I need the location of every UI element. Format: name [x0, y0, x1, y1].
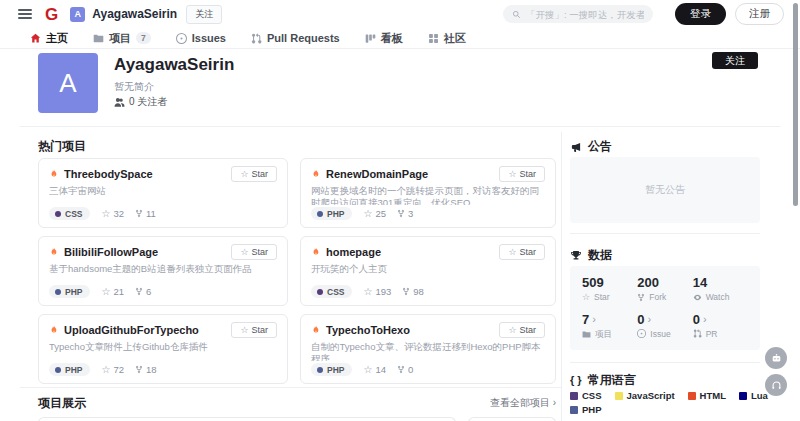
- language-color-swatch: [615, 392, 623, 400]
- tab-issues[interactable]: Issues: [176, 32, 226, 44]
- language-tag[interactable]: PHP: [311, 363, 352, 376]
- register-button[interactable]: 注册: [735, 3, 784, 25]
- repo-description: 三体宇宙网站: [49, 185, 277, 205]
- hot-flame-icon: [311, 324, 321, 336]
- tab-board[interactable]: 看板: [365, 31, 403, 46]
- star-button[interactable]: ☆Star: [499, 244, 545, 260]
- topbar: G A AyagawaSeirin 关注 登录 注册: [0, 0, 800, 28]
- scrollbar-thumb[interactable]: [793, 3, 798, 206]
- language-tag[interactable]: PHP: [49, 285, 90, 298]
- language-color-swatch: [688, 392, 696, 400]
- language-color-swatch: [570, 392, 578, 400]
- hot-flame-icon: [49, 246, 59, 258]
- stats-grid: 509 ☆Star 200 Fork 14 Watch 7› 项目 0› Iss…: [570, 266, 760, 350]
- stat-issues[interactable]: 0› Issue: [637, 313, 692, 343]
- star-icon: ☆: [363, 365, 372, 375]
- robot-icon: [771, 353, 782, 364]
- chevron-right-icon: ›: [648, 314, 652, 325]
- stat-projects[interactable]: 7› 项目: [582, 313, 637, 343]
- gitee-logo[interactable]: G: [45, 6, 58, 23]
- divider: [570, 233, 760, 234]
- community-icon: [428, 33, 439, 44]
- search-icon: [512, 10, 521, 19]
- repo-name[interactable]: RenewDomainPage: [326, 168, 428, 180]
- fork-icon: [397, 209, 405, 218]
- fork-count: 98: [402, 286, 424, 297]
- topbar-username[interactable]: AyagawaSeirin: [92, 7, 177, 21]
- fork-count: 6: [135, 286, 151, 297]
- tab-pull-requests[interactable]: Pull Requests: [251, 32, 340, 44]
- pull-request-icon: [251, 33, 262, 44]
- stats-title: 数据: [570, 247, 612, 264]
- repo-card[interactable]: ThreebodySpace ☆Star 三体宇宙网站 CSS ☆32 11: [38, 158, 288, 228]
- language-javascript: JavaScript: [615, 390, 675, 401]
- repo-card[interactable]: RenewDomainPage ☆Star 网站更换域名时的一个跳转提示页面，对…: [300, 158, 556, 228]
- repo-name[interactable]: UploadGithubForTypecho: [64, 324, 199, 336]
- star-button[interactable]: ☆Star: [499, 166, 545, 182]
- tab-community[interactable]: 社区: [428, 31, 466, 46]
- language-php: PHP: [570, 404, 602, 415]
- profile-avatar: A: [38, 53, 98, 113]
- repo-card-partial[interactable]: [468, 417, 556, 421]
- board-icon: [365, 33, 376, 44]
- fork-count: 18: [135, 364, 157, 375]
- tab-projects[interactable]: 项目 7: [93, 31, 151, 46]
- repo-card-partial[interactable]: [38, 417, 456, 421]
- gitee-profile-page: G A AyagawaSeirin 关注 登录 注册 主页 项目 7 Issue…: [0, 0, 800, 421]
- repo-description: 网站更换域名时的一个跳转提示页面，对访客友好的同时爬虫访问直接301重定向，优化…: [311, 185, 545, 205]
- repo-name[interactable]: homepage: [326, 246, 381, 258]
- megaphone-icon: [570, 141, 582, 153]
- language-tag[interactable]: PHP: [311, 207, 352, 220]
- language-tag[interactable]: CSS: [49, 207, 90, 220]
- hot-flame-icon: [311, 246, 321, 258]
- divider: [20, 387, 561, 388]
- star-count: ☆25: [363, 208, 386, 219]
- repo-card[interactable]: homepage ☆Star 开玩笑的个人主页 CSS ☆193 98: [300, 236, 556, 306]
- repo-name[interactable]: BilibiliFollowPage: [64, 246, 158, 258]
- repo-card[interactable]: TypechoToHexo ☆Star 自制的Typecho文章、评论数据迁移到…: [300, 314, 556, 384]
- issue-icon: [637, 329, 646, 338]
- repo-name[interactable]: ThreebodySpace: [64, 168, 153, 180]
- search-box[interactable]: [503, 5, 653, 23]
- language-tag[interactable]: PHP: [49, 363, 90, 376]
- stat-prs[interactable]: 0› PR: [693, 313, 748, 343]
- hamburger-menu-icon[interactable]: [18, 9, 32, 19]
- repo-name[interactable]: TypechoToHexo: [326, 324, 410, 336]
- star-button[interactable]: ☆Star: [231, 322, 277, 338]
- star-button[interactable]: ☆Star: [231, 166, 277, 182]
- star-icon: ☆: [363, 287, 372, 297]
- fork-count: 0: [397, 364, 413, 375]
- chevron-right-icon: ›: [553, 397, 556, 408]
- star-icon: ☆: [363, 209, 372, 219]
- divider: [20, 126, 780, 127]
- chevron-right-icon: ›: [592, 314, 596, 325]
- star-icon: ☆: [101, 287, 110, 297]
- star-button[interactable]: ☆Star: [499, 322, 545, 338]
- announcement-empty-box: 暂无公告: [570, 157, 760, 223]
- login-button[interactable]: 登录: [675, 3, 726, 25]
- star-button[interactable]: ☆Star: [231, 244, 277, 260]
- tab-home[interactable]: 主页: [30, 31, 68, 46]
- profile-name: AyagawaSeirin: [114, 55, 234, 75]
- eye-icon: [693, 293, 702, 302]
- view-all-projects-link[interactable]: 查看全部项目 ›: [436, 396, 556, 410]
- language-tag[interactable]: CSS: [311, 285, 352, 298]
- language-color-swatch: [739, 392, 747, 400]
- topbar-follow-button[interactable]: 关注: [186, 5, 222, 24]
- repo-card[interactable]: UploadGithubForTypecho ☆Star Typecho文章附件…: [38, 314, 288, 384]
- floating-assistant-button[interactable]: [765, 347, 787, 369]
- floating-service-button[interactable]: [765, 374, 787, 396]
- repo-card[interactable]: BilibiliFollowPage ☆Star 基于handsome主题的B站…: [38, 236, 288, 306]
- followers-count[interactable]: 0 关注者: [114, 95, 167, 109]
- people-icon: [114, 97, 125, 108]
- search-input[interactable]: [526, 9, 644, 20]
- star-count: ☆21: [101, 286, 124, 297]
- follow-button[interactable]: 关注: [712, 52, 758, 69]
- announcement-title: 公告: [570, 138, 612, 155]
- stat-fork: 200 Fork: [637, 276, 692, 304]
- topbar-avatar[interactable]: A: [70, 7, 85, 22]
- profile-bio: 暂无简介: [114, 80, 154, 94]
- star-icon: ☆: [508, 170, 516, 179]
- star-count: ☆14: [363, 364, 386, 375]
- languages-row: PHP: [570, 404, 602, 415]
